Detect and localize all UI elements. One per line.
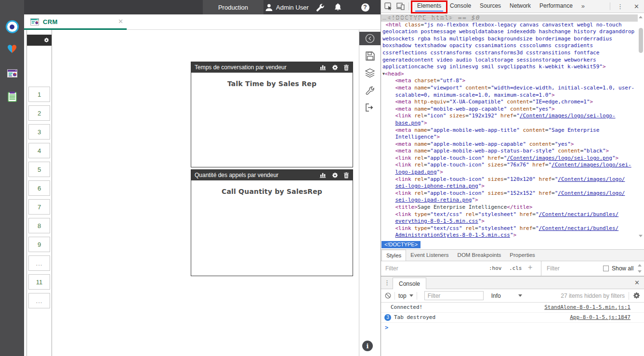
code-line[interactable]: generatedcontent video audio localstorag… <box>382 57 638 64</box>
page-item-9[interactable]: 9 <box>28 237 50 252</box>
cls-toggle[interactable]: .cls <box>509 265 522 271</box>
code-line[interactable]: <meta name="apple-mobile-web-app-title" … <box>382 127 638 134</box>
code-line[interactable]: scalable=0, minimum-scale=1.0, maximum-s… <box>382 92 638 99</box>
page-item-8[interactable]: 8 <box>28 218 50 233</box>
page-item-...[interactable]: ... <box>28 255 50 271</box>
elements-scrollbar[interactable] <box>638 13 644 241</box>
report-list-icon[interactable] <box>0 91 24 102</box>
console-settings-icon[interactable] <box>633 292 640 299</box>
tab-close-icon[interactable]: ✕ <box>118 18 123 25</box>
styles-filter-input[interactable]: Filter <box>385 265 398 272</box>
page-item-1[interactable]: 1 <box>28 87 50 102</box>
code-line[interactable]: <meta charset="utf-8"> <box>382 77 638 85</box>
page-item-7[interactable]: 7 <box>28 199 50 215</box>
code-line[interactable]: <meta name="viewport" content="width=dev… <box>382 85 638 92</box>
save-button[interactable] <box>359 51 381 61</box>
scroll-down-icon[interactable] <box>639 235 643 237</box>
pages-panel-header[interactable] <box>27 35 52 46</box>
devtools-tab-console[interactable]: Console <box>446 0 475 13</box>
code-line[interactable]: <link rel="icon" sizes="192x192" href="/… <box>382 113 638 120</box>
devtools-menu-icon[interactable]: ⋮ <box>611 0 629 13</box>
code-line[interactable]: <meta name="mobile-web-app-capable" cont… <box>382 106 638 113</box>
code-line[interactable]: base.png"> <box>382 120 638 127</box>
trash-icon[interactable] <box>343 172 349 178</box>
page-item-5[interactable]: 5 <box>28 162 50 177</box>
console-filter-input[interactable] <box>424 291 484 300</box>
context-selector[interactable]: top <box>398 292 407 299</box>
console-source-link[interactable]: App-8-0-1-5.js:1847 <box>570 313 631 322</box>
page-item-...[interactable]: ... <box>28 293 50 308</box>
code-line[interactable]: <link rel="apple-touch-icon" sizes="120x… <box>382 176 638 183</box>
back-button[interactable] <box>359 32 381 45</box>
devtools-tab-elements[interactable]: Elements <box>413 0 446 13</box>
code-line[interactable]: Intelligence"> <box>382 134 638 141</box>
gear-icon[interactable] <box>332 172 338 178</box>
code-line[interactable]: <html class="js no-flexbox flexbox-legac… <box>382 22 638 29</box>
code-line[interactable]: websockets rgba hsla multiplebgs backgro… <box>382 36 638 43</box>
console-prompt[interactable]: > <box>381 323 644 333</box>
styles-tab-dom-breakpoints[interactable]: DOM Breakpoints <box>453 250 506 261</box>
notifications-button[interactable] <box>331 0 344 14</box>
devtools-close-icon[interactable]: ✕ <box>629 3 644 10</box>
dashboard-icon[interactable] <box>0 69 24 77</box>
home-logo-icon[interactable] <box>0 20 24 33</box>
styles-tab-event-listeners[interactable]: Event Listeners <box>406 250 453 261</box>
inspect-element-icon[interactable] <box>384 2 393 11</box>
devtools-tab-network[interactable]: Network <box>505 0 535 13</box>
page-item-3[interactable]: 3 <box>28 124 50 140</box>
gear-icon[interactable] <box>332 64 338 71</box>
code-line[interactable]: <link rel="apple-touch-icon" sizes="76x7… <box>382 162 638 169</box>
devtools-tab-sources[interactable]: Sources <box>475 0 505 13</box>
code-line[interactable]: <meta http-equiv="X-UA-Compatible" conte… <box>382 99 638 106</box>
styles-tab-styles[interactable]: Styles <box>381 250 406 261</box>
drawer-close-icon[interactable]: ✕ <box>634 277 640 289</box>
code-line[interactable]: <meta name="apple-mobile-web-app-capable… <box>382 141 638 148</box>
code-line[interactable]: <link rel="apple-touch-icon" href="/Cont… <box>382 155 638 162</box>
code-line[interactable]: everything-8-0-1-5.min.css"> <box>382 218 638 225</box>
code-line[interactable]: <link type="text/css" rel="stylesheet" h… <box>382 225 638 232</box>
environment-selector[interactable]: Production <box>203 0 263 14</box>
code-line[interactable]: sei-logo-ipad-retina.png"> <box>382 197 638 204</box>
drawer-menu-icon[interactable]: ⋮ <box>384 277 390 289</box>
code-line[interactable]: cssreflections csstransforms csstransfor… <box>382 50 638 57</box>
user-menu[interactable]: Admin User <box>265 0 309 14</box>
widget-header[interactable]: Quantité des appels par vendeur <box>191 170 353 180</box>
trash-icon[interactable] <box>343 64 349 71</box>
code-line[interactable]: <link rel="apple-touch-icon" sizes="152x… <box>382 190 638 197</box>
admin-tools-button[interactable] <box>313 0 327 14</box>
code-line[interactable]: logo-ipad.png"> <box>382 169 638 176</box>
console-source-link[interactable]: StandAlone-8-0-1-5.min.js:1 <box>544 303 631 312</box>
info-button[interactable]: i <box>362 341 373 351</box>
styles-tab-properties[interactable]: Properties <box>505 250 539 261</box>
device-toolbar-icon[interactable] <box>396 2 405 10</box>
scroll-up-icon[interactable] <box>639 16 643 18</box>
exit-button[interactable] <box>359 103 381 112</box>
widget-header[interactable]: Temps de conversation par vendeur <box>191 62 353 73</box>
scroll-up-icon[interactable] <box>638 264 642 267</box>
hov-toggle[interactable]: :hov <box>489 265 502 271</box>
code-line[interactable]: applicationcache svg inlinesvg smil svgc… <box>382 64 638 71</box>
new-style-rule-icon[interactable]: + <box>528 263 532 272</box>
code-line[interactable]: sei-logo-iphone-retina.png"> <box>382 183 638 190</box>
code-line[interactable]: …<!DOCTYPE html> == $0 <box>381 14 638 22</box>
layers-button[interactable] <box>359 68 381 78</box>
code-line[interactable]: geolocation postmessage websqldatabase i… <box>382 28 638 36</box>
page-item-11[interactable]: 11 <box>28 274 50 290</box>
tab-crm[interactable]: CRM <box>24 14 127 30</box>
devtools-more-tabs-icon[interactable]: » <box>577 0 589 13</box>
breadcrumb-doctype[interactable]: <!DOCTYPE> <box>381 241 421 248</box>
code-line[interactable]: <meta name="apple-mobile-web-app-status-… <box>382 148 638 155</box>
chart-icon[interactable] <box>320 64 327 70</box>
code-line[interactable]: boxshadow textshadow opacity cssanimatio… <box>382 42 638 50</box>
scrollbar-thumb[interactable] <box>639 28 643 53</box>
favorites-heart-icon[interactable] <box>0 44 24 53</box>
show-all-checkbox[interactable] <box>603 266 609 271</box>
code-line[interactable]: <title>Sage Enterprise Intelligence</tit… <box>382 204 638 211</box>
page-item-2[interactable]: 2 <box>28 105 50 121</box>
console-drawer-tab[interactable]: Console <box>393 278 426 290</box>
log-level-selector[interactable]: Info <box>491 292 522 299</box>
chart-icon[interactable] <box>320 172 327 178</box>
code-line[interactable]: <link type="text/css" rel="stylesheet" h… <box>382 211 638 218</box>
code-line[interactable]: ▼<head> <box>382 71 638 78</box>
computed-filter-input[interactable]: Filter <box>547 265 560 272</box>
